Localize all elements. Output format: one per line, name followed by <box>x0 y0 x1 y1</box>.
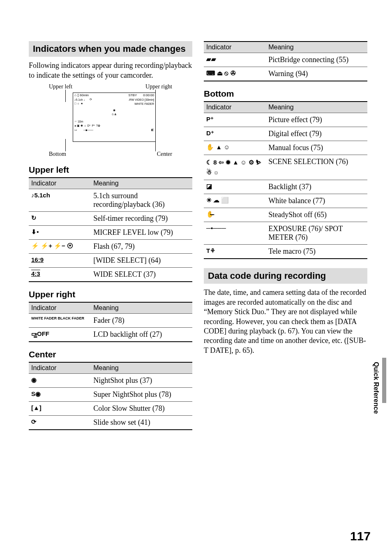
table-upper-left: IndicatorMeaning ♪5.1ch5.1ch surround re… <box>29 177 192 282</box>
section-title-datacode: Data code during recording <box>204 268 367 284</box>
lcd-diagram: Upper left Upper right Bottom Center ⌂ ▯… <box>49 83 172 157</box>
datacode-body: The date, time, and camera setting data … <box>204 288 367 355</box>
table-upper-right: IndicatorMeaning WHITE FADER BLACK FADER… <box>29 302 192 342</box>
callout-upper-right: Upper right <box>145 83 172 90</box>
side-marker <box>382 358 386 403</box>
heading-bottom: Bottom <box>204 89 367 99</box>
heading-upper-left: Upper left <box>29 165 192 175</box>
side-tab-label: Quick Reference <box>372 362 380 414</box>
heading-center: Center <box>29 350 192 359</box>
table-center: IndicatorMeaning ◉NightShot plus (37) S◉… <box>29 362 192 430</box>
lcd-screen: ⌂ ▯ 60minSTBY0:00:00 ♪5.1ch ↓⟳-RW VIDEO … <box>73 93 156 142</box>
heading-upper-right: Upper right <box>29 289 192 299</box>
table-bottom: IndicatorMeaning P⁺Picture effect (79) D… <box>204 101 367 259</box>
section-title-changes: Indicators when you made changes <box>29 41 192 57</box>
page-number: 117 <box>350 529 371 543</box>
callout-center: Center <box>157 151 172 157</box>
callout-bottom: Bottom <box>49 151 66 157</box>
right-column: IndicatorMeaning ▰▰PictBridge connecting… <box>204 41 367 430</box>
table-center-continued: IndicatorMeaning ▰▰PictBridge connecting… <box>204 41 367 81</box>
left-column: Indicators when you made changes Followi… <box>29 41 192 430</box>
callout-upper-left: Upper left <box>49 83 72 90</box>
changes-intro: Following indicators appear during recor… <box>29 61 192 80</box>
